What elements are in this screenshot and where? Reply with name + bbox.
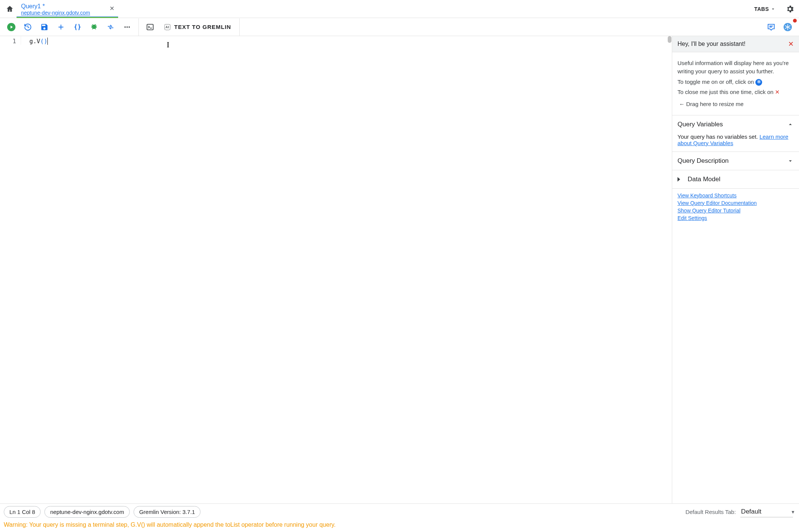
terminal-icon <box>146 23 154 31</box>
assistant-body: Useful information will display here as … <box>672 52 799 115</box>
braces-icon <box>73 23 82 31</box>
section-query-variables: Query Variables Your query has no variab… <box>672 115 799 152</box>
assistant-close-hint: To close me just this one time, click on… <box>677 88 794 96</box>
gear-icon <box>785 5 794 14</box>
text-to-gremlin-label: TEXT TO GREMLIN <box>174 24 231 30</box>
notification-badge <box>793 19 797 23</box>
tabs-dropdown-label: TABS <box>754 6 769 12</box>
more-button[interactable] <box>119 20 135 35</box>
triangle-right-icon <box>677 177 680 182</box>
swap-icon <box>106 23 115 31</box>
section-header-query-description[interactable]: Query Description <box>672 152 799 170</box>
history-button[interactable] <box>20 20 36 35</box>
debug-button[interactable] <box>86 20 102 35</box>
ai-icon: AI <box>164 23 171 31</box>
compare-button[interactable] <box>102 20 119 35</box>
tab-close-button[interactable]: ✕ <box>109 5 114 12</box>
link-editor-tutorial[interactable]: Show Query Editor Tutorial <box>677 208 740 214</box>
default-results-label: Default Results Tab: <box>685 509 736 515</box>
toolbar-separator <box>138 18 139 36</box>
link-edit-settings[interactable]: Edit Settings <box>677 215 707 221</box>
comment-icon <box>767 23 775 31</box>
save-button[interactable] <box>36 20 53 35</box>
assistant-header: Hey, I'll be your assistant! ✕ <box>672 36 799 52</box>
line-gutter: 1 <box>0 36 21 45</box>
ibeam-cursor-icon: I <box>167 40 169 50</box>
settings-button[interactable] <box>781 0 799 18</box>
main-area: 1 g.V() I Hey, I'll be your assistant! ✕… <box>0 36 799 503</box>
default-results-select[interactable]: Default <box>740 506 793 517</box>
cursor-position-pill[interactable]: Ln 1 Col 8 <box>4 506 41 518</box>
link-editor-docs[interactable]: View Query Editor Documentation <box>677 200 757 206</box>
chevron-down-icon <box>787 158 794 164</box>
svg-rect-4 <box>147 24 153 30</box>
snowflake-icon: ❄ <box>755 79 762 86</box>
tabs-dropdown[interactable]: TABS <box>749 0 781 18</box>
history-icon <box>24 23 32 31</box>
assistant-drag-hint[interactable]: ← Drag here to resize me <box>677 99 794 111</box>
close-icon: ✕ <box>775 89 780 95</box>
bug-icon <box>90 23 98 31</box>
chevron-up-icon <box>787 121 794 128</box>
warning-message: Warning: Your query is missing a termina… <box>4 521 795 528</box>
home-icon <box>6 5 14 13</box>
comments-button[interactable] <box>763 20 779 35</box>
svg-text:AI: AI <box>166 25 169 29</box>
tab-query1[interactable]: Query1 * neptune-dev-nginx.gdotv.com ✕ <box>17 0 118 18</box>
query-editor[interactable]: 1 g.V() I <box>0 36 672 503</box>
section-header-query-variables[interactable]: Query Variables <box>672 115 799 133</box>
svg-point-1 <box>125 26 126 28</box>
assistant-panel: Hey, I'll be your assistant! ✕ Useful in… <box>672 36 799 503</box>
caret-down-icon <box>770 6 776 12</box>
tab-title: Query1 * <box>21 3 103 10</box>
arrow-left-icon: ← <box>679 100 685 108</box>
save-icon <box>40 23 49 31</box>
toolbar: AI TEXT TO GREMLIN <box>0 18 799 36</box>
tab-subtitle: neptune-dev-nginx.gdotv.com <box>21 10 103 16</box>
snowflake-icon <box>783 23 792 32</box>
editor-scrollbar[interactable] <box>668 36 671 43</box>
assistant-info: Useful information will display here as … <box>677 59 794 76</box>
svg-point-2 <box>126 26 128 28</box>
home-button[interactable] <box>3 0 17 18</box>
text-to-gremlin-button[interactable]: AI TEXT TO GREMLIN <box>158 20 236 35</box>
new-button[interactable] <box>53 20 69 35</box>
console-button[interactable] <box>142 20 158 35</box>
format-button[interactable] <box>69 20 86 35</box>
default-results-tab: Default Results Tab: Default ▼ <box>685 506 795 517</box>
assistant-links: View Keyboard Shortcuts View Query Edito… <box>672 188 799 226</box>
section-body-query-variables: Your query has no variables set. Learn m… <box>672 133 799 152</box>
run-button[interactable] <box>3 20 20 35</box>
text-cursor <box>47 38 48 45</box>
line-number: 1 <box>0 38 16 45</box>
tab-bar: Query1 * neptune-dev-nginx.gdotv.com ✕ T… <box>0 0 799 18</box>
gremlin-version-pill[interactable]: Gremlin Version: 3.7.1 <box>134 506 201 518</box>
assistant-toggle-button[interactable] <box>779 20 796 35</box>
more-h-icon <box>123 23 131 31</box>
link-keyboard-shortcuts[interactable]: View Keyboard Shortcuts <box>677 192 737 199</box>
section-query-description: Query Description <box>672 152 799 170</box>
toolbar-separator-2 <box>239 18 240 36</box>
svg-point-3 <box>129 26 130 28</box>
assistant-greeting: Hey, I'll be your assistant! <box>677 41 746 47</box>
plus-icon <box>57 23 65 31</box>
code-content: g.V() <box>29 38 672 45</box>
status-bar: Ln 1 Col 8 neptune-dev-nginx.gdotv.com G… <box>0 503 799 532</box>
section-data-model[interactable]: Data Model <box>672 170 799 188</box>
play-icon <box>7 23 16 32</box>
assistant-close-button[interactable]: ✕ <box>788 40 794 48</box>
assistant-toggle-hint: To toggle me on or off, click on ❄ <box>677 78 794 86</box>
host-pill[interactable]: neptune-dev-nginx.gdotv.com <box>44 506 130 518</box>
